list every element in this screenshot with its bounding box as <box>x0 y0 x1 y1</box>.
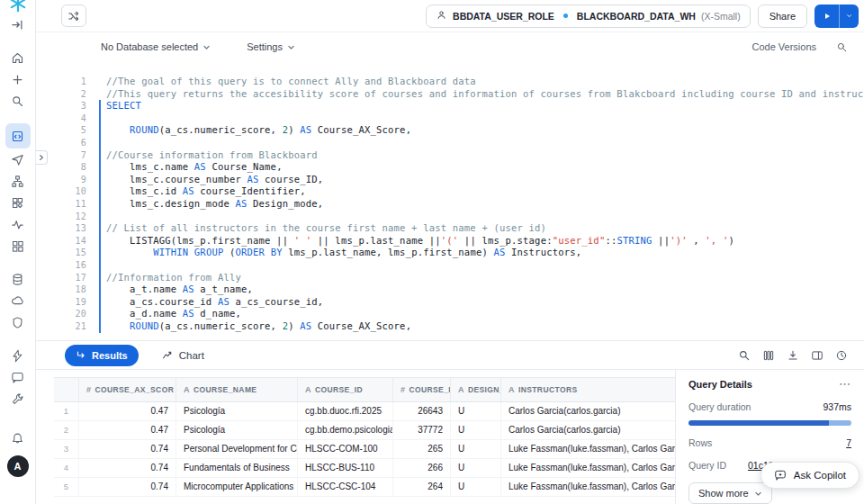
code-line[interactable]: 3SELECT <box>36 100 864 112</box>
code-line[interactable]: 20 a_d.name AS d_name, <box>36 308 864 320</box>
apps-grid-icon[interactable] <box>5 235 31 256</box>
automation-icon[interactable] <box>5 345 31 366</box>
worksheets-icon[interactable] <box>5 123 31 148</box>
database-selector[interactable]: No Database selected <box>101 41 211 52</box>
table-row[interactable]: 40.74Fundamentals of BusinessHLSCC-BUS-1… <box>54 459 675 478</box>
cell[interactable]: 0.74 <box>79 459 176 478</box>
cell[interactable]: HLSCC-COM-100 <box>298 440 393 459</box>
code-versions-link[interactable]: Code Versions <box>752 41 816 52</box>
show-more-button[interactable]: Show more <box>688 482 772 504</box>
editor-search-icon[interactable] <box>836 41 848 53</box>
columns-icon[interactable] <box>762 349 775 362</box>
cell[interactable]: 266 <box>393 459 451 478</box>
more-menu-icon[interactable]: ⋯ <box>839 380 851 389</box>
sql-editor[interactable]: 1//The goal of this query is to connect … <box>36 61 864 340</box>
cell[interactable]: 0.74 <box>79 478 176 497</box>
column-header-course_name[interactable]: ACOURSE_NAME <box>176 377 298 402</box>
cell[interactable]: cg.bb.demo.psicologia <box>298 421 393 440</box>
code-line[interactable]: 18 a_t.name AS a_t_name, <box>36 284 864 296</box>
data-hierarchy-icon[interactable] <box>5 170 31 192</box>
run-query-button[interactable] <box>814 4 839 28</box>
code-line[interactable]: 7//Course information from Blackboard <box>36 149 864 162</box>
cell[interactable]: 265 <box>393 440 451 459</box>
cell[interactable]: U <box>451 402 501 421</box>
code-line[interactable]: 21 ROUND(a_cs.numeric_score, 2) AS Cours… <box>36 320 864 333</box>
column-header-course_i[interactable]: #COURSE_I <box>393 377 451 402</box>
code-line[interactable]: 15 WITHIN GROUP (ORDER BY lms_p.last_nam… <box>36 247 864 259</box>
tools-icon[interactable] <box>5 388 31 410</box>
split-layout-icon[interactable] <box>811 349 824 362</box>
code-line[interactable]: 5 ROUND(a_cs.numeric_score, 2) AS Course… <box>36 124 864 137</box>
cell[interactable]: Luke Fassman(luke.fassman), Carlos Garci… <box>501 459 675 478</box>
code-line[interactable]: 12 <box>36 211 864 223</box>
search-icon[interactable] <box>5 90 31 112</box>
run-options-chevron-icon[interactable] <box>839 4 859 28</box>
marketplace-icon[interactable] <box>5 192 31 213</box>
cell[interactable]: Carlos Garcia(carlos.garcia) <box>501 402 675 421</box>
databases-icon[interactable] <box>5 268 31 290</box>
table-row[interactable]: 30.74Personal Development for ColHLSCC-C… <box>54 440 675 459</box>
cell[interactable]: Luke Fassman(luke.fassman), Carlos Garci… <box>501 440 675 459</box>
streamlit-icon[interactable] <box>5 148 31 170</box>
code-line[interactable]: 19 a_cs.course_id AS a_cs_course_id, <box>36 296 864 309</box>
table-row[interactable]: 10.47Psicologíacg.bb.duoc.rfi.202526643U… <box>54 402 675 421</box>
activity-icon[interactable] <box>5 213 31 235</box>
context-selector[interactable]: BBDATA_USER_ROLE BLACKBOARD_DATA_WH (X-S… <box>426 4 751 28</box>
query-duration-bar[interactable] <box>688 420 851 426</box>
code-line[interactable]: 16 <box>36 259 864 272</box>
cell[interactable]: HLSCC-CSC-104 <box>298 478 393 497</box>
ask-copilot-button[interactable]: Ask Copilot <box>760 462 860 489</box>
code-line[interactable]: 14 LISTAGG(lms_p.first_name || ' ' || lm… <box>36 235 864 248</box>
code-line[interactable]: 11 lms_c.design_mode AS Design_mode, <box>36 198 864 211</box>
cell[interactable]: cg.bb.duoc.rfi.2025 <box>298 402 393 421</box>
cell[interactable]: U <box>451 440 501 459</box>
home-icon[interactable] <box>5 47 31 68</box>
cell[interactable]: Personal Development for Col <box>176 440 298 459</box>
rows-value[interactable]: 7 <box>846 437 851 448</box>
table-row[interactable]: 20.47Psicologíacg.bb.demo.psicologia3777… <box>54 421 675 440</box>
worksheet-tabs-icon[interactable] <box>61 4 86 27</box>
new-worksheet-icon[interactable] <box>5 68 31 90</box>
share-button[interactable]: Share <box>758 4 807 28</box>
code-line[interactable]: 6 <box>36 137 864 149</box>
cell[interactable]: U <box>451 478 501 497</box>
table-row[interactable]: 50.74Microcomputer ApplicationsHLSCC-CSC… <box>54 478 675 497</box>
cell[interactable]: 0.47 <box>79 421 176 440</box>
copilot-chat-icon[interactable] <box>5 366 31 388</box>
cell[interactable]: Fundamentals of Business <box>176 459 298 478</box>
code-line[interactable]: 9 lms_c.course_number AS course_ID, <box>36 174 864 186</box>
cell[interactable]: Psicología <box>176 421 298 440</box>
cell[interactable]: Luke Fassman(luke.fassman), Carlos Garci… <box>501 478 675 497</box>
chart-tab[interactable]: Chart <box>162 349 204 361</box>
cell[interactable]: 0.47 <box>79 402 176 421</box>
cell[interactable]: U <box>451 459 501 478</box>
collapse-panel-icon[interactable] <box>5 14 31 35</box>
code-line[interactable]: 17//Information from Ally <box>36 272 864 284</box>
cell[interactable]: Microcomputer Applications <box>176 478 298 497</box>
governance-icon[interactable] <box>5 311 31 333</box>
search-results-icon[interactable] <box>738 349 751 362</box>
code-line[interactable]: 8 lms_c.name AS Course_Name, <box>36 161 864 174</box>
data-sharing-icon[interactable] <box>5 290 31 311</box>
history-clock-icon[interactable] <box>835 349 848 362</box>
column-header-course_id[interactable]: ACOURSE_ID <box>298 377 393 402</box>
cell[interactable]: 26643 <box>393 402 451 421</box>
download-icon[interactable] <box>787 349 799 362</box>
code-line[interactable]: 10 lms_c.id AS course_Identifier, <box>36 185 864 198</box>
cell[interactable]: 37772 <box>393 421 451 440</box>
code-line[interactable]: 1//The goal of this query is to connect … <box>36 76 864 88</box>
code-line[interactable]: 13// List of all instructors in the cour… <box>36 222 864 235</box>
column-header-instructors[interactable]: AINSTRUCTORS <box>501 377 675 402</box>
cell[interactable]: U <box>451 421 501 440</box>
results-tab[interactable]: Results <box>65 345 139 366</box>
expand-objects-panel-icon[interactable] <box>36 150 48 165</box>
cell[interactable]: 264 <box>393 478 451 497</box>
user-avatar[interactable]: A <box>7 455 29 477</box>
cell[interactable]: Carlos Garcia(carlos.garcia) <box>501 421 675 440</box>
column-header-design_[interactable]: ADESIGN_ <box>451 377 501 402</box>
cell[interactable]: HLSCC-BUS-110 <box>298 459 393 478</box>
cell[interactable]: Psicología <box>176 402 298 421</box>
code-line[interactable]: 4 <box>36 112 864 125</box>
code-line[interactable]: 2//This query returns the accesibility s… <box>36 88 864 101</box>
cell[interactable]: 0.74 <box>79 440 176 459</box>
